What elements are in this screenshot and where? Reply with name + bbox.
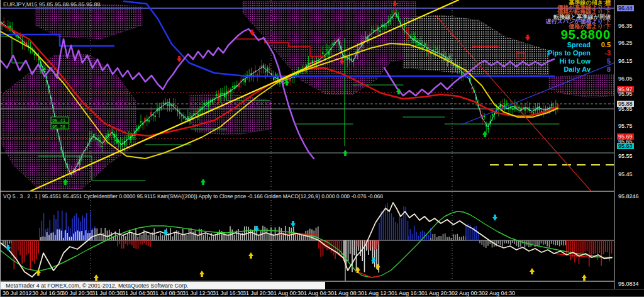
price-axis-label: 96.44	[617, 5, 634, 11]
indicator-title: VQ 5 . 3 . 2 . 1 | 95.4551 95.4551 Cycle…	[3, 193, 383, 199]
time-axis-label: 1 Aug 08:30	[334, 290, 364, 296]
time-axis-label: 1 Aug 16:30	[394, 290, 425, 296]
time-axis-label: 31 Jul 16:30	[213, 290, 243, 296]
indicator-down-arrow	[371, 257, 376, 264]
time-axis-label: 31 Jul 12:30	[182, 290, 213, 296]
main-chart-canvas[interactable]: 95.4195.38	[1, 0, 614, 191]
time-axis-label: 1 Aug 00:30	[274, 290, 304, 296]
indicator-axis-min: 95.0834	[617, 281, 640, 287]
time-axis-label: 31 Jul 00:30	[92, 290, 123, 296]
status-bar: MetaTrader 4 at FOREX.com, © 2001-2012, …	[1, 282, 325, 289]
quote-value: 5	[591, 57, 611, 65]
indicator-up-arrow	[530, 268, 535, 274]
time-axis-label: 1 Aug 04:30	[304, 290, 334, 296]
time-axis-label: 31 Jul 20:30	[243, 290, 274, 296]
indicator-down-arrow	[6, 245, 11, 251]
price-axis[interactable]: 96.4496.3596.2596.1596.0595.9795.9595.88…	[614, 0, 644, 289]
quote-stats: Spread0.5Pips to Open-3Hi to Low5Daily A…	[548, 41, 611, 74]
indicator-axis-max: 95.8246	[617, 193, 640, 199]
indicator-up-arrow	[248, 252, 253, 259]
quote-row: Hi to Low5	[548, 57, 611, 65]
indicator-down-arrow	[291, 221, 296, 227]
quote-label: Daily Av	[564, 65, 591, 74]
indicator-up-arrow	[94, 274, 99, 281]
price-axis-label: 95.55	[617, 153, 634, 159]
price-axis-label: 96.15	[617, 58, 634, 64]
price-axis-label: 95.75	[617, 123, 634, 129]
indicator-canvas[interactable]	[1, 193, 614, 281]
cloud-topleft	[35, 4, 142, 39]
quote-panel: 95.8800 Spread0.5Pips to Open-3Hi to Low…	[548, 28, 611, 74]
quote-row: Pips to Open-3	[548, 49, 611, 57]
price-axis-label: 95.85	[617, 106, 634, 112]
quote-value: -3	[591, 49, 611, 57]
quote-value: 0.5	[591, 41, 611, 49]
price-tag-label: 95.41	[52, 118, 65, 123]
indicator-up-arrow	[36, 269, 41, 276]
price-axis-label: 95.95	[617, 91, 634, 97]
mt4-chart-window: 95.4195.38 EURJPY,M15 95.85 95.88 95.85 …	[0, 0, 644, 297]
cloud-central	[243, 1, 416, 94]
cloud-left	[2, 54, 136, 189]
time-axis-label: 31 Jul 04:30	[122, 290, 153, 296]
price-axis-label: 95.63	[617, 143, 634, 149]
quote-label: Pips to Open	[548, 49, 591, 57]
indicator-down-arrow	[163, 230, 168, 236]
price-axis-label: 96.25	[617, 40, 634, 46]
time-axis-label: 31 Jul 08:30	[152, 290, 183, 296]
indicator-down-arrow	[492, 215, 497, 221]
time-axis-label: 30 Jul 2012	[3, 290, 32, 296]
price-axis-label: 96.05	[617, 76, 634, 82]
time-axis-label: 30 Jul 16:30	[32, 290, 63, 296]
indicator-panel[interactable]	[1, 193, 614, 281]
indicator-up-arrow	[582, 274, 587, 281]
indicator-up-arrow	[199, 271, 204, 277]
ichimoku-status-panel: 基準線の傾き:横価格が基準線より:下価格が転換線より:下転換線と基準線が同値遅行…	[546, 1, 611, 30]
quote-value: 8	[591, 65, 611, 74]
bid-price-display: 95.8800	[548, 28, 611, 41]
time-axis-label: 1 Aug 20:30	[425, 290, 455, 296]
time-axis-label: 2 Aug 00:30	[455, 290, 485, 296]
buy-signal-arrow	[482, 131, 487, 137]
panel-divider-top[interactable]	[1, 191, 614, 192]
time-axis-label: 1 Aug 12:30	[364, 290, 394, 296]
sell-signal-arrow	[177, 56, 182, 62]
time-axis[interactable]: 30 Jul 201230 Jul 16:3030 Jul 20:3031 Ju…	[1, 289, 644, 297]
buy-signal-arrow	[343, 150, 348, 156]
price-tag-label: 95.38	[52, 125, 65, 130]
time-axis-label: 30 Jul 20:30	[62, 290, 92, 296]
cloud-right	[549, 74, 614, 98]
quote-label: Hi to Low	[560, 57, 591, 65]
quote-row: Spread0.5	[548, 41, 611, 49]
quote-row: Daily Av8	[548, 65, 611, 74]
sell-signal-arrow	[525, 35, 530, 41]
chart-title-ohlc: EURJPY,M15 95.85 95.88 95.85 95.88	[3, 1, 100, 8]
time-axis-label: 2 Aug 04:30	[485, 290, 515, 296]
price-axis-label: 95.45	[617, 171, 634, 177]
main-chart[interactable]: 95.4195.38	[1, 0, 614, 191]
price-axis-label: 96.35	[617, 23, 634, 29]
buy-signal-arrow	[201, 179, 206, 185]
quote-label: Spread	[567, 41, 591, 49]
